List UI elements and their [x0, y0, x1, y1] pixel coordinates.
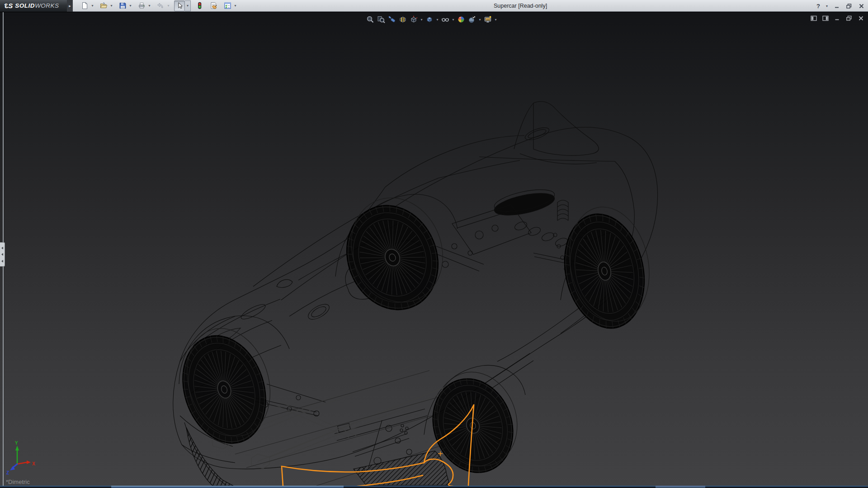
file-properties-button[interactable]: [208, 0, 219, 11]
new-dropdown[interactable]: ▾: [90, 0, 95, 11]
options-list-icon: [224, 2, 231, 9]
new-document-icon: [81, 2, 89, 9]
document-close-button[interactable]: [857, 14, 864, 22]
view-orientation-button[interactable]: [409, 14, 419, 24]
hide-show-items-button[interactable]: [440, 14, 450, 24]
triad-x-label: X: [32, 461, 35, 466]
model-wireframe[interactable]: Y X Z: [0, 12, 868, 486]
minimize-button[interactable]: [833, 1, 841, 10]
document-title: Supercar [Read-only]: [494, 0, 547, 12]
zoom-to-area-icon: [377, 15, 385, 23]
open-folder-icon: [100, 2, 108, 9]
save-button[interactable]: [117, 0, 128, 11]
zoom-to-fit-button[interactable]: [365, 14, 375, 24]
save-floppy-icon: [119, 2, 127, 9]
taskbar-button[interactable]: [656, 486, 705, 488]
document-minimize-icon: [835, 15, 840, 21]
apply-scene-button[interactable]: [467, 14, 477, 24]
apply-scene-dropdown[interactable]: ▾: [478, 18, 482, 22]
restore-icon: [846, 3, 852, 9]
help-dropdown[interactable]: ▾: [825, 1, 829, 10]
window-controls: ? ▾: [816, 0, 865, 12]
file-properties-icon: [210, 2, 217, 9]
document-window-controls: [810, 14, 864, 22]
eyeglasses-icon: [441, 15, 449, 23]
select-dropdown[interactable]: ▾: [185, 0, 191, 11]
document-close-icon: [858, 15, 864, 21]
brand-name: SOLIDWORKS: [15, 2, 59, 9]
triad-z-label: Z: [6, 470, 9, 475]
select-cursor-icon: [176, 2, 184, 9]
rebuild-button[interactable]: [194, 0, 205, 11]
edit-appearance-button[interactable]: [456, 14, 466, 24]
headsup-view-toolbar: ▾ ▾ ▾: [365, 14, 498, 25]
pane-right-icon: [822, 15, 829, 21]
menu-flyout-expander[interactable]: ▸: [67, 0, 73, 12]
close-icon: [859, 3, 864, 9]
reference-triad: Y X Z: [6, 441, 35, 475]
options-dropdown[interactable]: ▾: [233, 0, 238, 11]
section-view-icon: [399, 15, 407, 23]
previous-view-button[interactable]: [387, 14, 397, 24]
restore-button[interactable]: [845, 1, 853, 10]
traffic-light-icon: [196, 2, 203, 9]
view-settings-icon: [484, 15, 492, 23]
minimize-icon: [834, 3, 840, 9]
pane-right-button[interactable]: [822, 14, 829, 22]
new-button[interactable]: [79, 0, 90, 11]
apply-scene-icon: [468, 15, 476, 23]
featuremanager-collapse-tab[interactable]: [0, 242, 5, 267]
zoom-to-area-button[interactable]: [376, 14, 386, 24]
help-button[interactable]: ?: [816, 1, 821, 10]
open-dropdown[interactable]: ▾: [109, 0, 114, 11]
solidworks-window: 3S SOLIDWORKS ▸ ▾: [0, 0, 868, 488]
graphics-area[interactable]: Y X Z: [0, 12, 868, 486]
collapse-arrow-icon: [1, 247, 3, 249]
view-orientation-label: *Dimetric: [6, 479, 30, 485]
view-settings-button[interactable]: [483, 14, 493, 24]
view-settings-dropdown[interactable]: ▾: [494, 18, 498, 22]
taskbar-button-active[interactable]: [111, 486, 344, 488]
document-restore-icon: [846, 15, 852, 21]
print-icon: [138, 2, 146, 9]
hide-show-items-dropdown[interactable]: ▾: [451, 18, 455, 22]
undo-button[interactable]: [155, 0, 166, 11]
triad-y-label: Y: [15, 441, 18, 446]
wheel-rear-left[interactable]: [330, 184, 460, 324]
taskbar-edge: [0, 486, 868, 488]
close-button[interactable]: [857, 1, 865, 10]
document-restore-button[interactable]: [845, 14, 853, 22]
view-orientation-icon: [410, 15, 418, 23]
options-button[interactable]: [222, 0, 233, 11]
section-view-button[interactable]: [398, 14, 408, 24]
collapse-arrow-icon: [1, 260, 3, 263]
zoom-to-fit-icon: [366, 15, 374, 23]
display-style-dropdown[interactable]: ▾: [435, 18, 439, 22]
display-style-button[interactable]: [425, 14, 434, 24]
print-dropdown[interactable]: ▾: [147, 0, 152, 11]
save-dropdown[interactable]: ▾: [128, 0, 133, 11]
view-orientation-dropdown[interactable]: ▾: [420, 18, 424, 22]
undo-icon: [156, 2, 165, 9]
previous-view-icon: [388, 15, 396, 23]
document-minimize-button[interactable]: [834, 14, 841, 22]
display-style-icon: [425, 15, 434, 23]
main-toolbar: ▾ ▾: [79, 0, 241, 12]
select-button[interactable]: [174, 0, 185, 11]
solidworks-logo: 3S SOLIDWORKS: [0, 0, 67, 12]
pane-left-icon: [811, 15, 817, 21]
print-button[interactable]: [136, 0, 147, 11]
collapse-arrow-icon: [1, 253, 3, 256]
ds-logo-icon: 3S: [5, 2, 13, 9]
wheel-front-left[interactable]: [168, 318, 285, 454]
pane-left-button[interactable]: [810, 14, 817, 22]
undo-dropdown[interactable]: ▾: [166, 0, 171, 11]
open-button[interactable]: [98, 0, 109, 11]
appearance-sphere-icon: [457, 15, 465, 23]
titlebar: 3S SOLIDWORKS ▸ ▾: [0, 0, 868, 12]
